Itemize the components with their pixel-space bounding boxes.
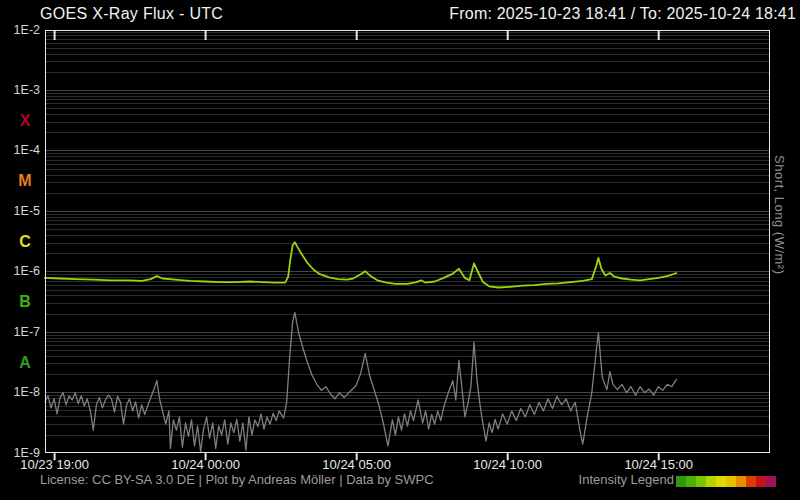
y-axis-tick-label: 1E-5 (0, 204, 40, 219)
y-axis-tick-label: 1E-4 (0, 143, 40, 158)
x-axis-tick-label: 10/24 00:00 (141, 457, 271, 472)
intensity-swatch (736, 476, 746, 487)
grid-minor (45, 33, 770, 435)
flux-chart (0, 0, 800, 500)
x-axis-tick-label: 10/24 10:00 (443, 457, 573, 472)
y-axis-tick-label: 1E-2 (0, 23, 40, 38)
intensity-legend-label: Intensity Legend (579, 472, 674, 487)
grid-major (45, 91, 770, 393)
y-axis-tick-label: 1E-6 (0, 264, 40, 279)
y-axis-tick-label: 1E-7 (0, 325, 40, 340)
intensity-swatch (676, 476, 686, 487)
x-axis-tick-label: 10/23 19:00 (0, 457, 120, 472)
series-short-line (45, 312, 676, 451)
flare-class-label-b: B (12, 293, 38, 311)
intensity-swatch (746, 476, 756, 487)
flare-class-label-m: M (12, 172, 38, 190)
intensity-swatch (726, 476, 736, 487)
flare-class-label-a: A (12, 354, 38, 372)
intensity-swatch (766, 476, 776, 487)
intensity-swatch (686, 476, 696, 487)
license-text: License: CC BY-SA 3.0 DE | Plot by Andre… (40, 472, 434, 487)
intensity-swatch (756, 476, 766, 487)
goes-xray-flux-page: { "header": { "title": "GOES X-Ray Flux … (0, 0, 800, 500)
intensity-swatch (696, 476, 706, 487)
y-axis-tick-label: 1E-8 (0, 385, 40, 400)
right-axis-label: Short, Long (W/m²) (772, 155, 787, 275)
x-axis-tick-label: 10/24 05:00 (292, 457, 422, 472)
intensity-swatch (706, 476, 716, 487)
flare-class-label-c: C (12, 233, 38, 251)
flare-class-label-x: X (12, 112, 38, 130)
y-axis-tick-label: 1E-3 (0, 83, 40, 98)
intensity-swatch (716, 476, 726, 487)
x-axis-tick-label: 10/24 15:00 (594, 457, 724, 472)
intensity-legend-bar (676, 476, 776, 487)
